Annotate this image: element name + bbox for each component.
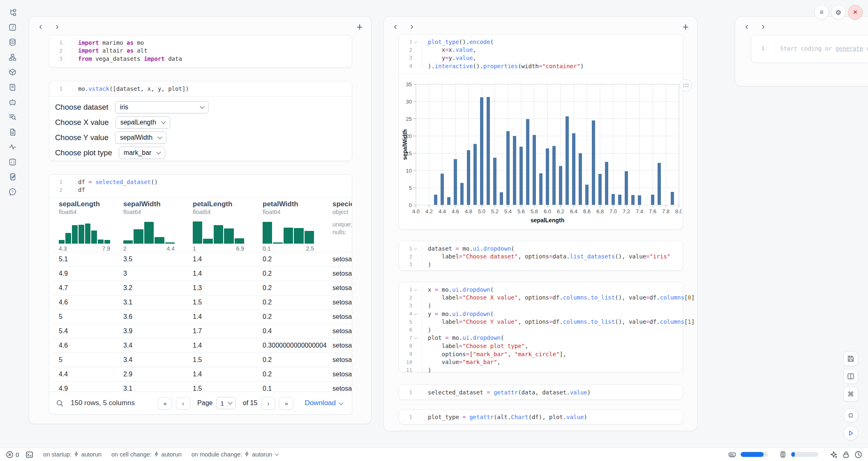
bar[interactable] bbox=[598, 174, 602, 205]
code-editor-xyplot[interactable]: 1x = mo.ui.dropdown(2 label="Choose X va… bbox=[399, 282, 683, 378]
table-row[interactable]: 53.61.40.2setosa bbox=[53, 309, 352, 324]
column-header-sepalLength[interactable]: sepalLengthfloat644.37.9 bbox=[53, 200, 118, 252]
sidebar-scratchpad-button[interactable] bbox=[5, 171, 19, 183]
sidebar-ai-chat-button[interactable] bbox=[5, 96, 19, 108]
column-header-sepalWidth[interactable]: sepalWidthfloat6424.4 bbox=[118, 200, 187, 252]
code-editor-imports[interactable]: 1import marimo as mo2import altair as al… bbox=[49, 35, 352, 66]
table-row[interactable]: 53.41.50.2setosa bbox=[53, 353, 352, 367]
cell-new-empty[interactable]: 1Start coding or generate with bbox=[751, 35, 868, 63]
runtime-config-3[interactable]: on module change:autorun bbox=[192, 451, 279, 458]
sidebar-variables-button[interactable]: f bbox=[5, 21, 19, 33]
page-select[interactable]: 1 bbox=[216, 397, 235, 409]
fold-chevron-icon[interactable] bbox=[412, 310, 418, 318]
bar[interactable] bbox=[460, 183, 464, 205]
cell-dataset-dropdown[interactable]: 1dataset = mo.ui.dropdown(2 label="Choos… bbox=[399, 241, 683, 271]
bar[interactable] bbox=[546, 148, 549, 205]
column-next-button[interactable]: › bbox=[51, 20, 64, 33]
column-header-species[interactable]: speciesobjectunique:nulls: bbox=[327, 200, 352, 252]
bar[interactable] bbox=[579, 153, 582, 205]
table-row[interactable]: 4.63.41.40.3000000000000004setosa bbox=[53, 338, 352, 353]
plot-type-select[interactable]: mark_bar bbox=[119, 147, 166, 159]
keyboard-shortcuts-button[interactable]: ⌘ bbox=[843, 387, 858, 401]
history-button[interactable] bbox=[854, 451, 862, 459]
column-next-button[interactable]: › bbox=[405, 20, 418, 33]
bar[interactable] bbox=[592, 120, 595, 205]
bar[interactable] bbox=[618, 195, 621, 205]
ai-assistant-button[interactable] bbox=[830, 451, 838, 459]
bar[interactable] bbox=[467, 150, 470, 205]
x-value-select[interactable]: sepalLength bbox=[115, 116, 170, 129]
column-header-petalWidth[interactable]: petalWidthfloat640.12.5 bbox=[257, 200, 327, 252]
layout-button[interactable] bbox=[843, 369, 858, 384]
code-editor-selected[interactable]: 1selected_dataset = getattr(data, datase… bbox=[399, 385, 683, 400]
bar[interactable] bbox=[566, 116, 569, 205]
add-cell-button[interactable]: + bbox=[679, 20, 692, 33]
terminal-button[interactable] bbox=[25, 451, 33, 459]
bar[interactable] bbox=[658, 163, 661, 205]
prev-page-button[interactable]: ‹ bbox=[176, 397, 190, 410]
cell-selected-dataset[interactable]: 1selected_dataset = getattr(data, datase… bbox=[399, 385, 683, 400]
bar[interactable] bbox=[539, 173, 542, 205]
bar[interactable] bbox=[526, 119, 529, 205]
y-value-select[interactable]: sepalWidth bbox=[115, 131, 166, 144]
chart-actions-menu-button[interactable] bbox=[679, 79, 692, 92]
download-button[interactable]: Download bbox=[302, 399, 345, 408]
bar[interactable] bbox=[625, 171, 628, 205]
bar[interactable] bbox=[671, 192, 674, 205]
sidebar-file-explorer-button[interactable] bbox=[5, 6, 19, 18]
fold-chevron-icon[interactable] bbox=[412, 244, 418, 253]
code-editor-plottype[interactable]: 1plot_type = getattr(alt.Chart(df), plot… bbox=[399, 410, 683, 424]
search-icon[interactable] bbox=[56, 399, 64, 407]
bar[interactable] bbox=[487, 97, 490, 205]
bar[interactable] bbox=[513, 136, 516, 205]
column-prev-button[interactable]: ‹ bbox=[740, 20, 753, 33]
menu-button[interactable]: ≡ bbox=[814, 5, 829, 20]
bar[interactable] bbox=[519, 147, 523, 205]
bar[interactable] bbox=[493, 158, 496, 205]
bar[interactable] bbox=[447, 197, 450, 205]
code-editor-df[interactable]: 1df = selected_dataset()2df bbox=[49, 175, 352, 198]
first-page-button[interactable]: « bbox=[158, 397, 172, 410]
bar[interactable] bbox=[559, 166, 562, 205]
bar[interactable] bbox=[441, 174, 444, 205]
bar[interactable] bbox=[454, 159, 457, 205]
table-row[interactable]: 4.42.91.40.2setosa bbox=[53, 367, 352, 381]
fold-chevron-icon[interactable] bbox=[412, 286, 418, 294]
runtime-config-2[interactable]: on cell change:autorun bbox=[111, 451, 182, 458]
sidebar-dependency-graph-button[interactable] bbox=[5, 51, 19, 63]
bar[interactable] bbox=[651, 195, 654, 205]
errors-button[interactable]: 0 bbox=[6, 451, 19, 459]
code-editor-chart[interactable]: 1plot_type().encode(2 x=x.value,3 y=y.va… bbox=[399, 35, 683, 74]
altair-bar-chart[interactable]: 4.04.24.44.64.85.05.25.45.65.86.06.26.46… bbox=[402, 74, 682, 225]
fold-chevron-icon[interactable] bbox=[412, 38, 418, 46]
sidebar-data-sources-button[interactable] bbox=[5, 36, 19, 48]
bar[interactable] bbox=[506, 131, 510, 205]
last-page-button[interactable]: » bbox=[279, 397, 293, 410]
bar[interactable] bbox=[572, 133, 575, 205]
table-row[interactable]: 4.931.40.2setosa bbox=[53, 266, 352, 281]
bar[interactable] bbox=[612, 194, 615, 205]
bar[interactable] bbox=[638, 195, 641, 205]
dataset-select[interactable]: iris bbox=[115, 101, 209, 113]
cell-dataframe[interactable]: 1df = selected_dataset()2df sepalLengthf… bbox=[49, 174, 352, 415]
bar[interactable] bbox=[585, 184, 589, 205]
next-page-button[interactable]: › bbox=[261, 397, 275, 410]
bar[interactable] bbox=[552, 146, 556, 205]
sidebar-documentation-button[interactable] bbox=[5, 126, 19, 138]
column-prev-button[interactable]: ‹ bbox=[34, 20, 47, 33]
bar[interactable] bbox=[533, 135, 536, 205]
bar[interactable] bbox=[434, 195, 437, 205]
table-row[interactable]: 4.63.11.50.2setosa bbox=[53, 295, 352, 309]
code-editor-vstack[interactable]: 1mo.vstack([dataset, x, y, plot]) bbox=[49, 81, 352, 97]
runtime-machine-button[interactable] bbox=[842, 451, 850, 459]
code-editor-new-cell[interactable]: 1Start coding or generate with bbox=[751, 35, 868, 56]
column-header-petalLength[interactable]: petalLengthfloat6416.9 bbox=[187, 200, 257, 252]
bar[interactable] bbox=[605, 162, 608, 205]
bar[interactable] bbox=[631, 195, 635, 205]
settings-button[interactable]: ⚙ bbox=[831, 5, 846, 20]
code-editor-dataset[interactable]: 1dataset = mo.ui.dropdown(2 label="Choos… bbox=[399, 241, 683, 272]
table-row[interactable]: 4.73.21.30.2setosa bbox=[53, 281, 352, 295]
cell-xy-plot-dropdowns[interactable]: 1x = mo.ui.dropdown(2 label="Choose X va… bbox=[399, 282, 683, 372]
cell-imports[interactable]: 1import marimo as mo2import altair as al… bbox=[49, 35, 352, 68]
sidebar-packages-button[interactable] bbox=[5, 66, 19, 78]
